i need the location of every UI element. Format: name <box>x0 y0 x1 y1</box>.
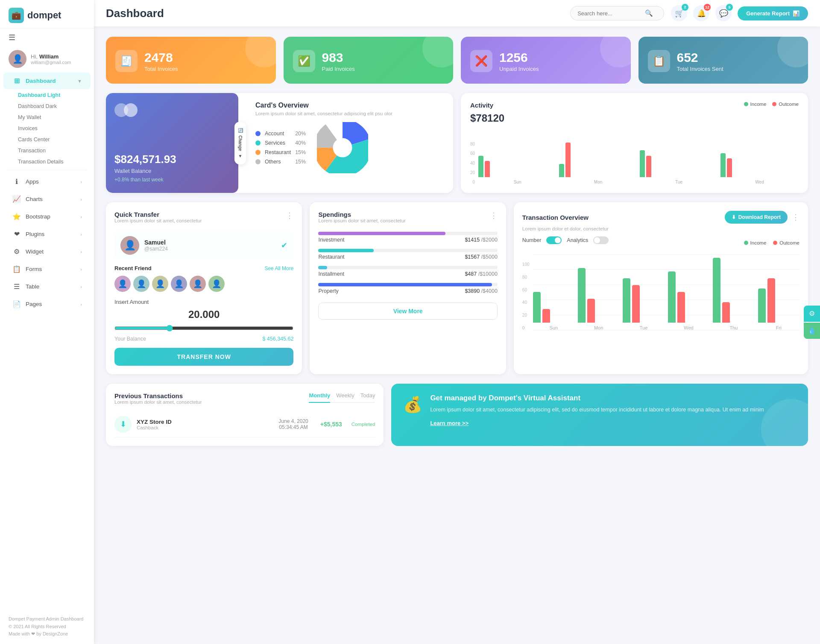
tab-today[interactable]: Today <box>360 392 375 403</box>
amount-slider-wrap <box>114 325 293 333</box>
view-more-button[interactable]: View More <box>318 303 497 320</box>
stat-icon-unpaid: ❌ <box>470 50 492 72</box>
tab-monthly[interactable]: Monthly <box>309 392 330 403</box>
chat-button[interactable]: 💬 5 <box>715 5 732 21</box>
hamburger-icon[interactable]: ☰ <box>9 33 15 42</box>
download-report-button[interactable]: ⬇ Download Report <box>725 211 788 224</box>
stat-card-unpaid: ❌ 1256 Unpaid Invoices <box>461 37 631 84</box>
toggle-knob <box>594 237 600 243</box>
spending-name: Installment <box>318 271 344 277</box>
income-label: Income <box>750 240 767 245</box>
apps-icon: ℹ <box>12 178 21 186</box>
prev-txn-subtitle: Lorem ipsum dolor sit amet, consectetur <box>114 399 202 405</box>
theme-button[interactable]: 💧 <box>804 323 820 339</box>
amount-slider[interactable] <box>114 325 293 332</box>
logo-icon: 💼 <box>9 8 24 23</box>
prev-txn-title: Previous Transactions <box>114 392 202 399</box>
settings-button[interactable]: ⚙ <box>804 306 820 322</box>
prev-transactions-row: Previous Transactions Lorem ipsum dolor … <box>106 384 808 446</box>
stat-label-sent: Total Invoices Sent <box>677 66 723 72</box>
search-input[interactable] <box>577 10 641 17</box>
spending-amounts: $1567 /$5000 <box>465 254 497 260</box>
stat-label-paid: Paid Invoices <box>322 66 355 72</box>
generate-report-label: Generate Report <box>746 10 790 17</box>
spendings-menu-button[interactable]: ⋮ <box>490 211 498 220</box>
stat-card-paid: ✅ 983 Paid Invoices <box>284 37 454 84</box>
chevron-right-icon: › <box>80 267 82 272</box>
quick-transfer-menu-button[interactable]: ⋮ <box>286 211 293 220</box>
svg-point-4 <box>333 138 352 157</box>
change-card-button[interactable]: 🔄 Change ▼ <box>234 122 246 164</box>
footer-made-with: Made with ❤ by DesignZone <box>9 630 85 638</box>
user-profile: 👤 Hi, William william@gmail.com <box>0 44 94 72</box>
insert-amount-label: Insert Amount <box>114 299 293 305</box>
txn-bar-income <box>713 258 720 323</box>
txn-x-labels: Sun Mon Tue Wed Thu Fri <box>533 325 800 330</box>
sidebar-item-charts[interactable]: 📈 Charts › <box>3 191 91 207</box>
sidebar-item-widget[interactable]: ⚙ Widget › <box>3 243 91 260</box>
wallet-change: +0.8% than last week <box>114 177 230 183</box>
friend-avatar[interactable]: 👤 <box>190 276 206 292</box>
income-legend-label: Income <box>750 102 767 107</box>
see-all-link[interactable]: See All More <box>264 265 293 271</box>
txn-type: Cashback <box>137 425 172 430</box>
sidebar-item-bootstrap[interactable]: ⭐ Bootstrap › <box>3 208 91 225</box>
chart-icon: 📊 <box>793 10 800 17</box>
txn-overview-menu-button[interactable]: ⋮ <box>792 213 800 222</box>
recent-friends-label: Recent Friend <box>114 265 152 271</box>
sub-item-invoices[interactable]: Invoices <box>18 123 94 134</box>
plugins-icon: ❤ <box>12 230 21 238</box>
sidebar-item-dashboard[interactable]: ⊞ Dashboard ▼ <box>3 73 91 89</box>
friend-avatar[interactable]: 👤 <box>208 276 225 292</box>
friend-avatar[interactable]: 👤 <box>152 276 168 292</box>
chevron-right-icon: › <box>80 249 82 254</box>
amount-display: 20.000 <box>114 309 293 321</box>
sidebar-item-apps[interactable]: ℹ Apps › <box>3 173 91 190</box>
nav-divider <box>7 170 87 170</box>
bell-badge: 12 <box>704 4 711 11</box>
toggle-analytics[interactable] <box>593 236 609 244</box>
sub-item-transaction-details[interactable]: Transaction Details <box>18 156 94 167</box>
header: Dashboard 🔍 🛒 2 🔔 12 💬 5 Generate Report… <box>94 0 820 26</box>
check-icon: ✔ <box>281 241 287 250</box>
y-axis: 80 60 40 20 0 <box>470 142 477 184</box>
sidebar-item-pages[interactable]: 📄 Pages › <box>3 296 91 312</box>
tab-weekly[interactable]: Weekly <box>336 392 354 403</box>
card-overview-title: Card's Overview <box>255 102 445 109</box>
txn-bar-income <box>623 278 630 323</box>
bell-button[interactable]: 🔔 12 <box>693 5 709 21</box>
cart-button[interactable]: 🛒 2 <box>671 5 687 21</box>
bar-outcome <box>565 143 571 177</box>
view-more-label: View More <box>393 308 423 315</box>
txn-bar-outcome <box>722 302 730 323</box>
va-learn-more-link[interactable]: Learn more >> <box>430 420 469 426</box>
quick-transfer-card: Quick Transfer Lorem ipsum dolor sit ame… <box>106 202 302 374</box>
sidebar-item-plugins[interactable]: ❤ Plugins › <box>3 226 91 242</box>
card-overview-card: $824,571.93 Wallet Balance +0.8% than la… <box>106 93 453 193</box>
wallet-label: Wallet Balance <box>114 168 230 174</box>
friend-avatar[interactable]: 👤 <box>171 276 187 292</box>
bar-income <box>559 164 564 177</box>
txn-status: Completed <box>351 422 375 427</box>
generate-report-button[interactable]: Generate Report 📊 <box>738 6 808 20</box>
logo-text: dompet <box>27 10 61 21</box>
card-overview-info: Card's Overview Lorem ipsum dolor sit am… <box>238 93 453 193</box>
friend-avatar[interactable]: 👤 <box>133 276 149 292</box>
sidebar-item-forms[interactable]: 📋 Forms › <box>3 261 91 277</box>
sub-item-cards-center[interactable]: Cards Center <box>18 134 94 145</box>
bar-group-tue <box>640 150 718 177</box>
friend-avatar[interactable]: 👤 <box>114 276 131 292</box>
activity-bar-chart: 80 60 40 20 0 <box>470 134 799 184</box>
toggle-number[interactable] <box>546 236 562 244</box>
sub-item-dashboard-dark[interactable]: Dashboard Dark <box>18 101 94 112</box>
sub-item-dashboard-light[interactable]: Dashboard Light <box>18 90 94 101</box>
sub-item-transaction[interactable]: Transaction <box>18 145 94 156</box>
bar-group <box>533 292 574 323</box>
sidebar-item-table[interactable]: ☰ Table › <box>3 278 91 295</box>
overview-row: Restaurant 15% <box>255 149 306 155</box>
transfer-now-button[interactable]: TRANSFER NOW <box>114 348 293 366</box>
txn-date: June 4, 2020 05:34:45 AM <box>278 418 308 430</box>
bar-group-mon <box>559 143 637 177</box>
sub-item-my-wallet[interactable]: My Wallet <box>18 112 94 123</box>
activity-legend: Income Outcome <box>744 102 799 107</box>
